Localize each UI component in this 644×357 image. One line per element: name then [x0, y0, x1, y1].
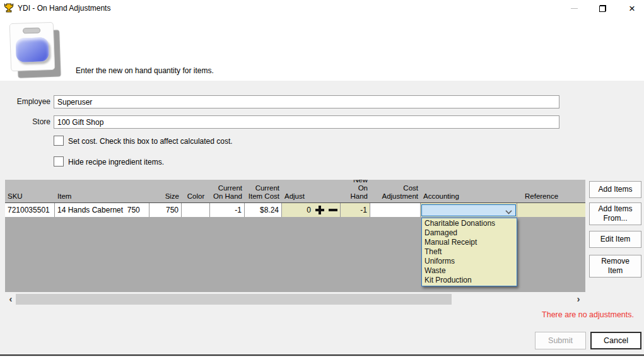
col-header-adjust: Adjust: [282, 180, 341, 202]
edit-item-button[interactable]: Edit Item: [589, 231, 641, 248]
col-header-accounting: Accounting: [421, 180, 517, 202]
add-items-button[interactable]: Add Items: [589, 181, 641, 198]
col-header-new-on-hand: New On Hand: [341, 180, 370, 202]
restore-icon: [599, 5, 606, 12]
on-hand-adjustment-icon: [9, 21, 66, 81]
window-title: YDI - On Hand Adjustments: [18, 0, 110, 17]
cancel-button[interactable]: Cancel: [590, 332, 641, 349]
minimize-button: [563, 0, 585, 17]
hide-recipe-checkbox[interactable]: [54, 156, 64, 167]
dropdown-option[interactable]: Waste: [422, 266, 517, 276]
close-button[interactable]: ×: [621, 0, 643, 17]
instruction-text: Enter the new on hand quantity for items…: [76, 66, 214, 75]
col-header-current-item-cost: Current Item Cost: [245, 180, 282, 202]
dropdown-option[interactable]: Uniforms: [422, 257, 517, 266]
dropdown-option[interactable]: Charitable Donations: [422, 219, 517, 228]
col-header-current-on-hand: Current On Hand: [210, 180, 245, 202]
cell-sku: 7210035501: [5, 203, 55, 217]
dialog-header: YDI - On Hand Adjustments × Enter the ne…: [0, 0, 644, 81]
titlebar: YDI - On Hand Adjustments ×: [0, 0, 644, 17]
cell-item: 14 Hands Cabernet 750: [55, 203, 149, 217]
cell-adjust[interactable]: 0: [282, 203, 341, 217]
blue-pill-graphic: [16, 37, 49, 62]
col-header-sku: SKU: [5, 180, 55, 202]
app-icon: [4, 3, 14, 13]
cell-new-on-hand[interactable]: -1: [341, 203, 370, 217]
minimize-icon: [571, 8, 578, 9]
scroll-left-icon[interactable]: ‹: [6, 294, 16, 305]
accounting-dropdown: Charitable Donations Damaged Manual Rece…: [421, 218, 517, 286]
dropdown-option[interactable]: Theft: [422, 247, 517, 257]
dropdown-option[interactable]: Manual Receipt: [422, 238, 517, 247]
add-items-from-button[interactable]: Add Items From...: [589, 202, 641, 225]
scroll-right-icon[interactable]: ›: [573, 294, 583, 305]
decrement-icon[interactable]: [329, 209, 337, 211]
dropdown-option[interactable]: Kit Production: [422, 276, 517, 285]
cell-size: 750: [149, 203, 182, 217]
cell-current-item-cost: $8.24: [245, 203, 282, 217]
restore-button[interactable]: [592, 0, 613, 17]
hide-recipe-label: Hide recipe ingredient items.: [68, 158, 164, 167]
col-header-color: Color: [182, 180, 210, 202]
cell-current-on-hand: -1: [210, 203, 245, 217]
store-field[interactable]: [54, 115, 559, 129]
set-cost-label: Set cost. Check this box to affect calcu…: [68, 137, 233, 146]
chevron-down-icon: [506, 208, 511, 213]
increment-icon[interactable]: [315, 206, 324, 214]
grid-horizontal-scrollbar[interactable]: ‹ ›: [5, 294, 585, 305]
grid-header-row: SKU Item Size Color Current On Hand Curr…: [5, 180, 585, 203]
cell-cost-adjustment[interactable]: [370, 203, 421, 217]
store-label: Store: [0, 117, 50, 126]
set-cost-checkbox[interactable]: [54, 136, 64, 146]
no-adjustments-message: There are no adjustments.: [542, 310, 634, 319]
window-bottom-border: [0, 354, 644, 356]
col-header-item: Item: [55, 180, 149, 202]
card-notch-graphic: [23, 28, 40, 34]
grid-row[interactable]: 7210035501 14 Hands Cabernet 750 750 -1 …: [5, 203, 585, 217]
adjust-value: 0: [307, 206, 311, 214]
employee-label: Employee: [0, 97, 50, 106]
cell-reference[interactable]: [517, 203, 585, 217]
dropdown-option[interactable]: Damaged: [422, 228, 517, 238]
scrollbar-thumb[interactable]: [16, 294, 452, 305]
employee-field[interactable]: [54, 95, 559, 108]
remove-item-button[interactable]: Remove Item: [589, 255, 641, 278]
col-header-size: Size: [149, 180, 182, 202]
cell-accounting[interactable]: [421, 203, 517, 217]
col-header-cost-adjustment: Cost Adjustment: [370, 180, 421, 202]
col-header-reference: Reference: [517, 180, 585, 202]
submit-button[interactable]: Submit: [535, 332, 586, 349]
cell-color: [182, 203, 210, 217]
item-card-graphic: [9, 22, 56, 71]
accounting-combobox[interactable]: [421, 204, 516, 216]
close-icon: ×: [629, 3, 635, 15]
